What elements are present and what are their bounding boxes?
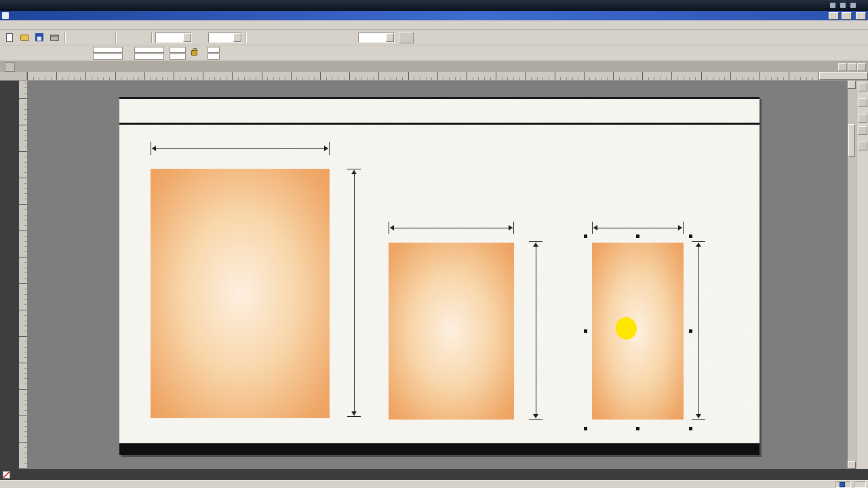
arrow-right-icon: [324, 146, 328, 151]
copy-button[interactable]: [83, 31, 97, 44]
rotation-fields: [201, 47, 220, 60]
rotation-field[interactable]: [208, 47, 220, 53]
ruler-units-button[interactable]: [819, 72, 868, 80]
arrow-down-icon: [351, 411, 357, 415]
apply-button[interactable]: [399, 32, 414, 43]
x-position-field[interactable]: [93, 47, 123, 53]
cursor-coordinates: [835, 481, 851, 488]
guides-button[interactable]: [279, 31, 293, 44]
tab-scroll-left-button[interactable]: [838, 63, 847, 71]
position-fields: [87, 47, 123, 60]
gallery-icon[interactable]: [858, 126, 867, 135]
selection-handle[interactable]: [636, 427, 639, 430]
gallery-icon[interactable]: [858, 142, 867, 150]
ruler-row: [0, 72, 868, 81]
no-color-swatch[interactable]: [3, 471, 10, 479]
scroll-down-button[interactable]: [848, 461, 856, 469]
scrollbar-thumb[interactable]: [848, 124, 855, 157]
arrow-style-button[interactable]: [309, 31, 323, 44]
artwork-header-text[interactable]: [119, 97, 760, 125]
line-style-button[interactable]: [250, 31, 263, 44]
open-button[interactable]: [18, 31, 31, 44]
ruler-corner[interactable]: [0, 72, 27, 80]
scale-height-field[interactable]: [170, 54, 186, 60]
zoom-tool-button[interactable]: [193, 31, 207, 44]
vertical-scrollbar[interactable]: [848, 81, 856, 469]
a5-height-dimension[interactable]: [529, 241, 542, 420]
arrow-left-icon: [152, 146, 156, 151]
euro-height-dimension[interactable]: [692, 241, 705, 420]
arrow-up-icon: [351, 170, 357, 174]
minimize-button[interactable]: [829, 12, 839, 20]
height-field[interactable]: [134, 54, 164, 60]
snap-grid-button[interactable]: [264, 31, 278, 44]
euro-width-dimension[interactable]: [592, 222, 684, 234]
document-page: [119, 97, 760, 455]
gallery-icon[interactable]: [858, 114, 867, 123]
new-tab-button[interactable]: [5, 62, 15, 72]
coordinates-icon: [840, 482, 845, 487]
artwork-footer-text[interactable]: [119, 443, 760, 455]
standard-toolbar: [0, 30, 868, 45]
selection-handle[interactable]: [584, 427, 587, 430]
gallery-icon[interactable]: [858, 98, 867, 107]
redo-button[interactable]: [134, 31, 148, 44]
style-preset-select[interactable]: [155, 33, 192, 43]
vertical-ruler[interactable]: [19, 81, 27, 469]
app-icon: [2, 12, 9, 19]
scale-width-field[interactable]: [170, 47, 186, 53]
flip-horizontal-button[interactable]: [225, 47, 239, 60]
aspect-lock-icon[interactable]: [191, 50, 197, 56]
arrow-down-icon: [533, 414, 538, 418]
selection-handle[interactable]: [689, 427, 692, 430]
undo-button[interactable]: [119, 31, 133, 44]
paste-button[interactable]: [98, 31, 112, 44]
page-navigator: [854, 481, 866, 488]
anchor-point-button[interactable]: [72, 47, 85, 60]
chevron-down-icon: [233, 33, 241, 42]
horizontal-ruler[interactable]: [27, 72, 819, 80]
tab-scroll-right-button[interactable]: [848, 63, 856, 71]
separator: [245, 33, 246, 43]
tray-volume-icon[interactable]: [840, 3, 846, 8]
curve-button[interactable]: [294, 31, 308, 44]
maximize-button[interactable]: [842, 12, 852, 20]
gallery-icon[interactable]: [858, 83, 867, 92]
new-document-button[interactable]: [3, 31, 16, 44]
fill-style-select[interactable]: [358, 33, 395, 43]
size-fields: [128, 47, 164, 60]
width-field[interactable]: [134, 47, 164, 53]
cut-button[interactable]: [68, 31, 82, 44]
save-button[interactable]: [33, 31, 46, 44]
toolbox: [0, 81, 19, 469]
tab-close-all-button[interactable]: [857, 63, 866, 71]
selection-handle[interactable]: [636, 235, 639, 238]
a5-width-dimension[interactable]: [389, 222, 514, 234]
print-button[interactable]: [47, 31, 61, 44]
a5-paper-rect[interactable]: [389, 243, 514, 420]
shear-field[interactable]: [208, 54, 220, 60]
close-button[interactable]: [856, 12, 866, 20]
arrow-up-icon: [696, 243, 701, 247]
scroll-up-button[interactable]: [848, 81, 856, 89]
zoom-level-select[interactable]: [208, 33, 242, 43]
selection-handle[interactable]: [689, 329, 692, 333]
arrow-left-icon: [593, 225, 597, 230]
selection-handle[interactable]: [689, 235, 692, 238]
a4-paper-rect[interactable]: [151, 169, 330, 418]
system-taskbar: [0, 0, 868, 11]
y-position-field[interactable]: [93, 54, 123, 60]
open-folder-icon: [20, 35, 29, 41]
euro-paper-rect[interactable]: [592, 243, 684, 420]
flip-vertical-button[interactable]: [240, 47, 254, 60]
selection-handle[interactable]: [584, 329, 587, 333]
a4-width-dimension[interactable]: [151, 142, 330, 155]
tray-language-icon[interactable]: [850, 3, 856, 8]
arrow-down-icon: [696, 414, 701, 418]
tray-network-icon[interactable]: [830, 3, 835, 8]
canvas[interactable]: [27, 81, 848, 469]
scale-fields: [170, 47, 187, 60]
new-document-icon: [6, 33, 13, 42]
selection-handle[interactable]: [584, 235, 587, 238]
a4-height-dimension[interactable]: [347, 169, 361, 417]
